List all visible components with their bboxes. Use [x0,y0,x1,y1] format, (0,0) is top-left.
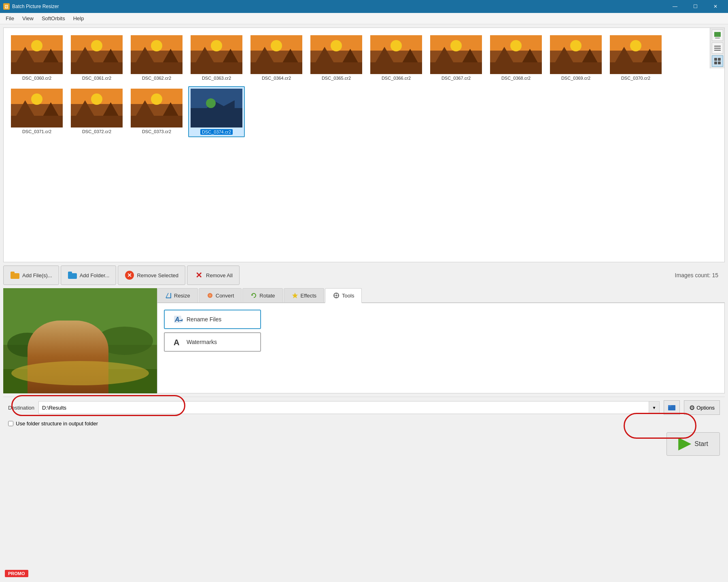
file-name: DSC_0374.cr2 [200,129,233,135]
file-item[interactable]: DSC_0368.cr2 [488,33,544,83]
menu-bar: File View SoftOrbits Help [0,13,728,24]
rename-files-button[interactable]: A Rename Files [164,310,261,329]
preview-view-btn[interactable] [712,30,723,41]
svg-point-18 [88,331,96,339]
folder-structure-checkbox[interactable] [8,421,13,426]
tab-effects-label: Effects [301,293,317,299]
main-window: DSC_0360.cr2 DSC_0361.cr2 DSC_0362.cr2 [0,24,728,582]
window-controls: — ☐ ✕ [666,0,725,13]
start-arrow-icon [678,438,691,450]
watermarks-icon: A [173,337,183,347]
file-item[interactable]: DSC_0364.cr2 [248,33,305,83]
tab-convert-label: Convert [216,293,234,299]
file-thumbnail [490,35,542,74]
file-name: DSC_0361.cr2 [82,76,111,81]
file-thumbnail [310,35,362,74]
file-item[interactable]: DSC_0371.cr2 [8,86,65,137]
bottom-section: Destination ▼ ⚙ Options Use folder struc… [3,397,725,459]
grid-view-btn[interactable] [712,55,723,67]
menu-view[interactable]: View [18,14,38,23]
svg-point-15 [64,323,92,351]
file-thumbnail [131,89,183,127]
remove-selected-button[interactable]: ✕ Remove Selected [118,266,185,285]
watermarks-button[interactable]: A Watermarks [164,332,261,352]
tab-resize-label: Resize [174,293,190,299]
add-files-label: Add File(s)... [22,272,52,278]
menu-help[interactable]: Help [69,14,88,23]
file-thumbnail [191,35,242,74]
file-thumbnail [250,35,302,74]
options-label: Options [696,405,715,411]
add-folder-button[interactable]: Add Folder... [61,266,117,285]
file-item[interactable]: DSC_0372.cr2 [68,86,125,137]
file-item[interactable]: DSC_0373.cr2 [128,86,185,137]
file-thumbnail [11,35,63,74]
options-button[interactable]: ⚙ Options [684,400,720,415]
file-thumbnail [71,89,123,127]
file-item[interactable]: DSC_0370.cr2 [607,33,664,83]
remove-all-icon: ✕ [194,270,204,280]
restore-button[interactable]: ☐ [686,0,705,13]
app-icon: 🖼 [3,3,10,10]
destination-label: Destination [8,405,34,411]
file-thumbnail [131,35,183,74]
remove-selected-icon: ✕ [125,270,134,280]
tab-convert[interactable]: Convert [199,288,242,302]
tools-tab-icon [333,292,340,299]
effects-tab-icon [291,292,299,299]
file-item[interactable]: DSC_0361.cr2 [68,33,125,83]
file-grid-container: DSC_0360.cr2 DSC_0361.cr2 DSC_0362.cr2 [3,28,725,262]
svg-rect-5 [714,58,717,61]
destination-browse-button[interactable] [664,400,680,415]
file-item[interactable]: DSC_0365.cr2 [308,33,365,83]
file-name: DSC_0360.cr2 [22,76,51,81]
svg-point-13 [96,327,153,355]
preview-panel [3,288,157,393]
minimize-button[interactable]: — [666,0,684,13]
svg-rect-1 [715,38,720,38]
tab-rotate[interactable]: Rotate [242,288,282,302]
file-grid: DSC_0360.cr2 DSC_0361.cr2 DSC_0362.cr2 [4,28,724,142]
svg-rect-17 [63,332,68,360]
file-item[interactable]: DSC_0362.cr2 [128,33,185,83]
tab-tools[interactable]: Tools [325,288,362,303]
svg-rect-8 [718,62,721,64]
file-thumbnail [550,35,602,74]
file-item[interactable]: DSC_0363.cr2 [188,33,245,83]
file-name: DSC_0372.cr2 [82,129,111,134]
add-folder-label: Add Folder... [80,272,110,278]
svg-marker-25 [252,294,253,296]
destination-input-group: ▼ [38,401,660,414]
remove-all-button[interactable]: ✕ Remove All [187,266,240,285]
destination-dropdown-button[interactable]: ▼ [649,401,660,414]
svg-marker-36 [182,319,183,322]
tab-panel-area: Resize Convert [3,288,725,393]
file-name: DSC_0369.cr2 [561,76,590,81]
close-button[interactable]: ✕ [706,0,725,13]
menu-file[interactable]: File [2,14,18,23]
list-view-btn[interactable] [712,42,723,54]
destination-bar: Destination ▼ ⚙ Options [3,397,725,418]
file-item[interactable]: DSC_0367.cr2 [428,33,484,83]
add-files-button[interactable]: Add File(s)... [3,266,59,285]
file-item[interactable]: DSC_0366.cr2 [368,33,424,83]
file-name: DSC_0366.cr2 [382,76,411,81]
tab-effects[interactable]: Effects [284,288,325,302]
file-item[interactable]: DSC_0360.cr2 [8,33,65,83]
file-item[interactable]: DSC_0374.cr2 [188,86,245,137]
file-item[interactable]: DSC_0369.cr2 [548,33,604,83]
rotate-tab-icon [250,292,257,299]
svg-rect-3 [714,48,721,49]
start-button[interactable]: Start [666,432,720,456]
svg-rect-39 [668,405,671,407]
watermarks-label: Watermarks [187,339,217,345]
tab-resize[interactable]: Resize [157,288,198,302]
svg-point-24 [209,294,211,297]
destination-input[interactable] [38,401,649,414]
file-name: DSC_0364.cr2 [262,76,291,81]
rename-files-icon: A [173,314,183,324]
svg-point-28 [335,295,337,296]
menu-softorbits[interactable]: SoftOrbits [38,14,69,23]
rename-files-label: Rename Files [187,316,221,323]
folder-structure-row: Use folder structure in output folder [3,418,725,429]
